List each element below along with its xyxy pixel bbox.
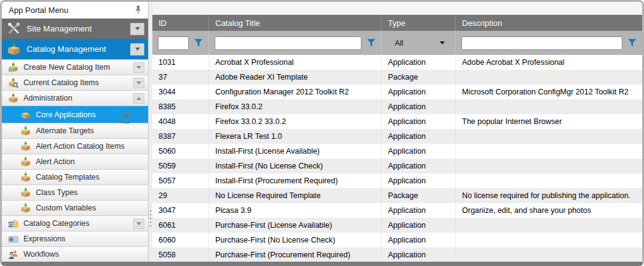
cell-title: Install-First (Procurement Required) <box>209 173 382 188</box>
sidebar-item-catalog-templates[interactable]: Catalog Templates <box>2 169 148 185</box>
cell-description: Adobe Acrobat X Professional <box>456 55 642 70</box>
expand-up-button[interactable] <box>133 93 144 104</box>
sidebar-item-label: Expressions <box>23 235 65 243</box>
type-filter-selected: All <box>395 39 403 48</box>
sidebar-item-current-catalog-items[interactable]: Current Catalog Items <box>2 75 148 90</box>
cell-type: Application <box>382 159 456 173</box>
expand-down-button[interactable] <box>133 218 144 229</box>
cell-type: Application <box>382 85 456 99</box>
sidebar-group-catalog-management[interactable]: Catalog Management <box>2 39 148 59</box>
cell-description <box>456 159 642 173</box>
title-filter-input[interactable] <box>215 36 361 50</box>
description-filter-cell <box>456 31 642 55</box>
sidebar-splitter[interactable] <box>148 2 152 262</box>
table-row[interactable]: 6060Purchase-First (No License Check)App… <box>152 233 642 247</box>
expand-down-button[interactable] <box>133 78 144 88</box>
cell-id: 6061 <box>152 218 209 233</box>
column-header-id[interactable]: ID <box>152 15 209 31</box>
splitter-grip-icon <box>150 210 151 227</box>
title-filter-cell <box>209 31 382 55</box>
id-filter-funnel-icon[interactable] <box>194 39 203 47</box>
cell-description <box>456 70 642 85</box>
sidebar-item-label: Core Applications <box>36 110 96 119</box>
sidebar-item-label: Workflows <box>23 250 59 259</box>
cell-type: Application <box>382 173 456 188</box>
cell-description <box>456 173 642 188</box>
table-row[interactable]: 8385Firefox 33.0.2Application <box>152 99 642 114</box>
table-row[interactable]: 8387Flexera LR Test 1.0Application <box>152 129 642 144</box>
cell-description <box>456 218 642 233</box>
package-icon <box>20 188 31 198</box>
sidebar-item-core-applications[interactable]: Core Applications <box>2 106 148 123</box>
description-filter-input[interactable] <box>461 36 622 50</box>
cell-title: Install-First (License Available) <box>209 144 382 159</box>
cell-type: Application <box>382 203 456 218</box>
title-filter-funnel-icon[interactable] <box>367 39 376 47</box>
sidebar-item-administration[interactable]: Administration <box>2 90 148 106</box>
sidebar-item-workflows[interactable]: Workflows <box>2 246 148 262</box>
cell-description <box>456 129 642 144</box>
table-row[interactable]: 5058Purchase-First (Procurement Required… <box>152 247 642 262</box>
sidebar-item-label: Catalog Management <box>27 44 106 54</box>
chevron-down-icon <box>136 66 141 72</box>
cell-id: 5057 <box>152 173 209 188</box>
cell-id: 29 <box>152 188 209 203</box>
id-filter-input[interactable] <box>158 36 189 50</box>
package-plus-icon <box>8 62 19 73</box>
package-search-icon <box>8 78 19 88</box>
cell-id: 6060 <box>152 233 209 247</box>
column-header-type[interactable]: Type <box>382 15 456 31</box>
table-row[interactable]: 6061Purchase-First (License Available)Ap… <box>152 218 642 233</box>
cell-title: Picasa 3.9 <box>209 203 382 218</box>
cell-description: Organize, edit, and share your photos <box>456 203 642 218</box>
sidebar-item-custom-variables[interactable]: Custom Variables <box>2 200 148 215</box>
package-icon <box>20 109 31 120</box>
expand-down-button[interactable] <box>133 62 144 73</box>
column-header-catalog-title[interactable]: Catalog Title <box>209 15 382 31</box>
package-icon <box>20 157 31 167</box>
sidebar-item-label: Custom Variables <box>36 204 96 212</box>
table-row[interactable]: 3044Configuration Manager 2012 Toolkit R… <box>152 85 642 99</box>
cell-id: 3047 <box>152 203 209 218</box>
cell-title: Flexera LR Test 1.0 <box>209 129 382 144</box>
cell-type: Application <box>382 55 456 70</box>
expand-down-button[interactable] <box>130 23 144 35</box>
table-row[interactable]: 29No License Required TemplatePackageNo … <box>152 188 642 203</box>
description-filter-funnel-icon[interactable] <box>628 39 637 47</box>
sidebar-item-label: Current Catalog Items <box>23 78 99 87</box>
sidebar-title: App Portal Menu <box>9 6 68 15</box>
sidebar-item-alternate-targets[interactable]: Alternate Targets <box>2 123 148 138</box>
folder-gear-icon <box>8 218 19 229</box>
cell-title: Firefox 33.0.2 33.0.2 <box>209 114 382 129</box>
cell-type: Package <box>382 188 456 203</box>
sidebar-item-class-types[interactable]: Class Types <box>2 185 148 200</box>
sidebar-item-catalog-categories[interactable]: Catalog Categories <box>2 215 148 231</box>
cell-description <box>456 247 642 262</box>
expand-down-button[interactable] <box>130 43 144 56</box>
column-header-description[interactable]: Description <box>456 15 642 31</box>
expressions-icon <box>8 234 19 244</box>
sidebar-group-site-management[interactable]: Site Management <box>2 19 148 39</box>
table-row[interactable]: 5057Install-First (Procurement Required)… <box>152 173 642 188</box>
table-row[interactable]: 5060Install-First (License Available)App… <box>152 144 642 159</box>
type-filter-dropdown[interactable]: All <box>387 39 450 48</box>
table-row[interactable]: 4048Firefox 33.0.2 33.0.2ApplicationThe … <box>152 114 642 129</box>
sidebar-title-bar: App Portal Menu <box>2 2 148 19</box>
cell-id: 5060 <box>152 144 209 159</box>
table-row[interactable]: 5059Install-First (No License Check)Appl… <box>152 159 642 173</box>
table-row[interactable]: 37Adobe Reader XI TemplatePackage <box>152 70 642 85</box>
cell-id: 3044 <box>152 85 209 99</box>
chevron-down-icon <box>440 41 445 47</box>
sidebar-item-alert-action-catalog-items[interactable]: Alert Action Catalog Items <box>2 138 148 154</box>
table-row[interactable]: 3047Picasa 3.9ApplicationOrganize, edit,… <box>152 203 642 218</box>
sidebar-item-alert-action[interactable]: Alert Action <box>2 154 148 169</box>
package-icon <box>20 172 31 183</box>
cell-title: No License Required Template <box>209 188 382 203</box>
pin-icon[interactable] <box>134 6 142 15</box>
package-icon <box>20 126 31 136</box>
chevron-down-icon <box>136 81 141 87</box>
sidebar-item-expressions[interactable]: Expressions <box>2 231 148 246</box>
sidebar-item-create-new-catalog-item[interactable]: Create New Catalog Item <box>2 59 148 75</box>
catalog-table-panel: ID Catalog Title Type Description All <box>152 2 642 262</box>
table-row[interactable]: 1031Acrobat X ProfessionalApplicationAdo… <box>152 55 642 70</box>
